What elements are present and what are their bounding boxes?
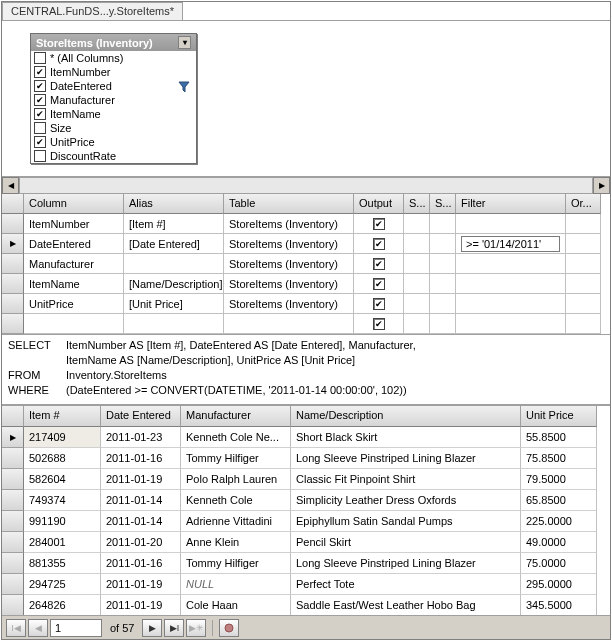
criteria-cell-sortorder[interactable]	[430, 234, 456, 254]
nav-page-input[interactable]: 1	[50, 619, 102, 637]
output-checkbox[interactable]	[373, 298, 385, 310]
results-row-selector[interactable]	[2, 553, 24, 574]
results-cell-price[interactable]: 75.0000	[521, 553, 597, 574]
criteria-cell-alias[interactable]: [Name/Description]	[124, 274, 224, 294]
results-header-name[interactable]: Name/Description	[291, 406, 521, 427]
results-cell-name[interactable]: Simplicity Leather Dress Oxfords	[291, 490, 521, 511]
criteria-cell-filter[interactable]	[456, 274, 566, 294]
criteria-cell-column[interactable]: Manufacturer	[24, 254, 124, 274]
results-cell-manufacturer[interactable]: Tommy Hilfiger	[181, 448, 291, 469]
criteria-cell-alias[interactable]	[124, 254, 224, 274]
results-row-selector[interactable]	[2, 427, 24, 448]
results-cell-item[interactable]: 294725	[24, 574, 101, 595]
criteria-cell-or[interactable]	[566, 274, 601, 294]
output-checkbox[interactable]	[373, 278, 385, 290]
criteria-cell-sorttype[interactable]	[404, 294, 430, 314]
scroll-track[interactable]	[19, 177, 593, 194]
column-row-discountrate[interactable]: DiscountRate	[31, 149, 196, 163]
results-cell-price[interactable]: 345.5000	[521, 595, 597, 616]
results-cell-item[interactable]: 749374	[24, 490, 101, 511]
results-cell-item[interactable]: 582604	[24, 469, 101, 490]
results-cell-manufacturer[interactable]: Kenneth Cole	[181, 490, 291, 511]
results-cell-date[interactable]: 2011-01-16	[101, 448, 181, 469]
results-cell-price[interactable]: 225.0000	[521, 511, 597, 532]
output-checkbox[interactable]	[373, 218, 385, 230]
column-row-manufacturer[interactable]: Manufacturer	[31, 93, 196, 107]
criteria-cell-output[interactable]	[354, 234, 404, 254]
criteria-cell-output[interactable]	[354, 254, 404, 274]
criteria-cell-column[interactable]: ItemName	[24, 274, 124, 294]
document-tab[interactable]: CENTRAL.FunDS...y.StoreItems*	[2, 2, 183, 20]
output-checkbox[interactable]	[373, 238, 385, 250]
diagram-pane[interactable]: StoreItems (Inventory) ▾ * (All Columns)…	[2, 21, 610, 176]
criteria-cell-sorttype[interactable]	[404, 254, 430, 274]
column-row-unitprice[interactable]: UnitPrice	[31, 135, 196, 149]
criteria-cell-filter[interactable]	[456, 254, 566, 274]
criteria-header-sortorder[interactable]: S...	[430, 194, 456, 214]
criteria-cell-alias[interactable]: [Unit Price]	[124, 294, 224, 314]
nav-new-button[interactable]: ▶✳	[186, 619, 206, 637]
results-cell-manufacturer[interactable]: Kenneth Cole Ne...	[181, 427, 291, 448]
criteria-row-selector[interactable]	[2, 214, 24, 234]
criteria-header-column[interactable]: Column	[24, 194, 124, 214]
results-cell-price[interactable]: 49.0000	[521, 532, 597, 553]
criteria-header-sorttype[interactable]: S...	[404, 194, 430, 214]
criteria-cell-column[interactable]: DateEntered	[24, 234, 124, 254]
criteria-cell-alias[interactable]	[124, 314, 224, 334]
results-cell-item[interactable]: 264826	[24, 595, 101, 616]
criteria-cell-output[interactable]	[354, 314, 404, 334]
criteria-cell-table[interactable]: StoreItems (Inventory)	[224, 254, 354, 274]
results-header-item[interactable]: Item #	[24, 406, 101, 427]
results-header-manufacturer[interactable]: Manufacturer	[181, 406, 291, 427]
column-checkbox[interactable]	[34, 52, 46, 64]
criteria-header-filter[interactable]: Filter	[456, 194, 566, 214]
results-cell-date[interactable]: 2011-01-23	[101, 427, 181, 448]
results-cell-name[interactable]: Short Black Skirt	[291, 427, 521, 448]
results-cell-price[interactable]: 79.5000	[521, 469, 597, 490]
criteria-grid[interactable]: ColumnAliasTableOutputS...S...FilterOr..…	[2, 193, 610, 335]
column-checkbox[interactable]	[34, 136, 46, 148]
results-row-selector[interactable]	[2, 532, 24, 553]
criteria-cell-column[interactable]: ItemNumber	[24, 214, 124, 234]
results-cell-name[interactable]: Classic Fit Pinpoint Shirt	[291, 469, 521, 490]
column-checkbox[interactable]	[34, 108, 46, 120]
results-row-selector[interactable]	[2, 490, 24, 511]
column-row-dateentered[interactable]: DateEntered	[31, 79, 196, 93]
criteria-corner[interactable]	[2, 194, 24, 214]
criteria-cell-table[interactable]: StoreItems (Inventory)	[224, 234, 354, 254]
criteria-cell-sorttype[interactable]	[404, 274, 430, 294]
column-row-itemnumber[interactable]: ItemNumber	[31, 65, 196, 79]
results-row-selector[interactable]	[2, 511, 24, 532]
criteria-cell-output[interactable]	[354, 274, 404, 294]
criteria-header-table[interactable]: Table	[224, 194, 354, 214]
criteria-cell-column[interactable]: UnitPrice	[24, 294, 124, 314]
filter-input[interactable]: >= '01/14/2011'	[461, 236, 560, 252]
criteria-cell-table[interactable]: StoreItems (Inventory)	[224, 214, 354, 234]
criteria-cell-table[interactable]: StoreItems (Inventory)	[224, 294, 354, 314]
criteria-cell-sorttype[interactable]	[404, 314, 430, 334]
results-cell-name[interactable]: Perfect Tote	[291, 574, 521, 595]
results-cell-manufacturer[interactable]: Anne Klein	[181, 532, 291, 553]
table-box-menu-button[interactable]: ▾	[178, 36, 191, 49]
results-row-selector[interactable]	[2, 595, 24, 616]
results-cell-date[interactable]: 2011-01-14	[101, 511, 181, 532]
criteria-cell-sortorder[interactable]	[430, 314, 456, 334]
results-cell-manufacturer[interactable]: Adrienne Vittadini	[181, 511, 291, 532]
nav-next-button[interactable]: ▶	[142, 619, 162, 637]
results-header-date[interactable]: Date Entered	[101, 406, 181, 427]
results-cell-manufacturer[interactable]: Cole Haan	[181, 595, 291, 616]
criteria-cell-column[interactable]	[24, 314, 124, 334]
results-grid[interactable]: Item #Date EnteredManufacturerName/Descr…	[2, 405, 610, 617]
criteria-cell-sorttype[interactable]	[404, 214, 430, 234]
results-cell-price[interactable]: 295.0000	[521, 574, 597, 595]
results-cell-date[interactable]: 2011-01-16	[101, 553, 181, 574]
results-cell-date[interactable]: 2011-01-19	[101, 595, 181, 616]
column-row-itemname[interactable]: ItemName	[31, 107, 196, 121]
results-cell-date[interactable]: 2011-01-14	[101, 490, 181, 511]
column-checkbox[interactable]	[34, 150, 46, 162]
column-checkbox[interactable]	[34, 94, 46, 106]
results-cell-date[interactable]: 2011-01-20	[101, 532, 181, 553]
results-cell-name[interactable]: Long Sleeve Pinstriped Lining Blazer	[291, 448, 521, 469]
table-box-titlebar[interactable]: StoreItems (Inventory) ▾	[31, 34, 196, 51]
results-cell-item[interactable]: 502688	[24, 448, 101, 469]
